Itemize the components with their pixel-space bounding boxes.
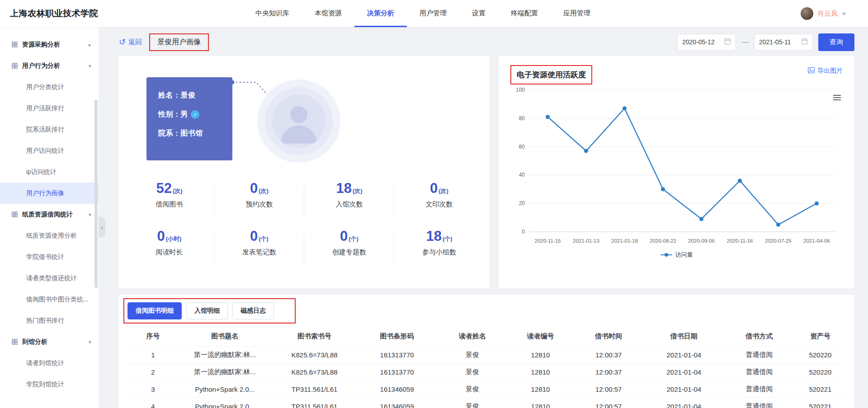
sidebar-item[interactable]: 读者到馆统计	[0, 352, 99, 374]
column-header: 读者编号	[508, 327, 573, 346]
table-cell: 12810	[508, 398, 573, 408]
sidebar-item[interactable]: 热门图书排行	[0, 310, 99, 331]
export-image-button[interactable]: 导出图片	[808, 67, 843, 75]
tab-2[interactable]: 入馆明细	[186, 302, 228, 319]
sidebar-item-partial[interactable]: ▾	[0, 27, 99, 34]
table-cell: 520221	[795, 398, 845, 408]
user-avatar[interactable]	[801, 7, 813, 20]
stat-label: 发表笔记数	[214, 248, 304, 257]
grid-icon	[12, 211, 18, 217]
sidebar-group-2[interactable]: 用户行为分析▾	[0, 55, 99, 76]
table-cell: 普通借阅	[723, 346, 795, 363]
stat-label: 借阅图书	[124, 200, 214, 209]
table-cell: 520220	[795, 363, 845, 380]
start-date-input[interactable]: 2020-05-12	[677, 34, 736, 51]
nav-item-5[interactable]: 设置	[459, 0, 498, 27]
brand-title: 上海农林职业技术学院	[10, 8, 98, 19]
back-label: 返回	[128, 38, 142, 47]
tab-3[interactable]: 磁感日志	[232, 302, 274, 319]
table-cell: 景俊	[436, 398, 508, 408]
tab-1[interactable]: 借阅图书明细	[127, 302, 182, 319]
chart-card: 电子资源使用活跃度 导出图片 0204060801002020-11-15202…	[499, 56, 854, 288]
top-header: 上海农林职业技术学院 中央知识库本馆资源决策分析用户管理设置终端配置应用管理 肖…	[0, 0, 868, 27]
table-cell: K825.6=73/L88	[271, 363, 357, 380]
sidebar-scrollbar[interactable]	[94, 99, 98, 288]
user-name: 肖云凤	[817, 9, 838, 18]
calendar-icon	[724, 38, 731, 46]
sidebar: ▾资源采购分析▸用户行为分析▾用户分类统计用户活跃排行院系活跃排行用户访问统计i…	[0, 27, 99, 408]
sidebar-item[interactable]: 用户分类统计	[0, 76, 99, 98]
stat-value: 0(个)	[214, 229, 304, 244]
chart-menu-icon[interactable]	[833, 95, 841, 100]
svg-text:40: 40	[519, 172, 525, 178]
detail-card: 借阅图书明细入馆明细磁感日志 序号图书题名图书索书号图书条形码读者姓名读者编号借…	[119, 295, 854, 408]
user-menu[interactable]: 肖云凤	[801, 7, 846, 20]
stat-item: 0(次)文印次数	[394, 181, 484, 224]
svg-text:2020-11-16: 2020-11-16	[727, 238, 753, 244]
sidebar-item[interactable]: ip访问统计	[0, 161, 99, 183]
svg-text:2020-09-06: 2020-09-06	[688, 238, 715, 244]
table-cell: 520220	[795, 346, 845, 363]
table-row: 4Python+Spark 2.0...TP311.561/L611613460…	[128, 398, 845, 408]
table-head: 序号图书题名图书索书号图书条形码读者姓名读者编号借书时间借书日期借书方式资产号	[128, 327, 845, 346]
query-button[interactable]: 查询	[818, 33, 854, 51]
stat-item: 0(次)预约次数	[214, 181, 304, 224]
svg-text:2021-01-13: 2021-01-13	[573, 238, 599, 244]
sidebar-item[interactable]: 学院借书统计	[0, 246, 99, 267]
chart-legend[interactable]: 访问量	[510, 251, 843, 259]
stat-label: 参与小组数	[394, 248, 484, 257]
svg-text:80: 80	[519, 115, 525, 122]
table-cell: Python+Spark 2.0...	[178, 380, 271, 398]
grid-icon	[12, 42, 18, 47]
table-cell: 2021-01-04	[645, 346, 724, 363]
cards-row: 姓名：景俊 性别：男 ♂ 院系：图书馆	[119, 56, 854, 288]
nav-item-7[interactable]: 应用管理	[551, 0, 603, 27]
sidebar-item[interactable]: 借阅图书中图分类统...	[0, 289, 99, 310]
nav-item-2[interactable]: 本馆资源	[302, 0, 354, 27]
top-nav: 中央知识库本馆资源决策分析用户管理设置终端配置应用管理	[243, 0, 603, 27]
main-content: ↺ 返回 景俊用户画像 2020-05-12 — 2021-05-11	[99, 27, 868, 408]
table-cell: 161346059	[358, 380, 437, 398]
user-dept-line: 院系：图书馆	[158, 129, 203, 138]
sidebar-item[interactable]: 用户行为画像	[0, 183, 99, 204]
stat-value: 0(次)	[214, 181, 304, 196]
nav-item-3[interactable]: 决策分析	[354, 0, 407, 27]
nav-item-1[interactable]: 中央知识库	[243, 0, 302, 27]
stat-item: 52(次)借阅图书	[124, 181, 214, 224]
sidebar-group-15[interactable]: 到馆分析▾	[0, 331, 99, 352]
nav-item-6[interactable]: 终端配置	[498, 0, 551, 27]
back-button[interactable]: ↺ 返回	[119, 38, 142, 47]
sidebar-item[interactable]: 用户活跃排行	[0, 98, 99, 119]
sidebar-item[interactable]: 读者类型借还统计	[0, 267, 99, 289]
sidebar-collapse-handle[interactable]: ‹	[99, 217, 105, 238]
table-cell: 1	[128, 346, 178, 363]
stat-value: 18(个)	[394, 229, 484, 244]
date-range-separator: —	[741, 38, 749, 46]
layout: ▾资源采购分析▸用户行为分析▾用户分类统计用户活跃排行院系活跃排行用户访问统计i…	[0, 27, 868, 408]
sidebar-item[interactable]: 用户访问统计	[0, 140, 99, 161]
chevron-down-icon[interactable]	[842, 13, 846, 15]
svg-text:2020-07-25: 2020-07-25	[765, 238, 792, 244]
sidebar-item[interactable]: 院系活跃排行	[0, 119, 99, 140]
end-date-input[interactable]: 2021-05-11	[754, 34, 813, 51]
nav-item-4[interactable]: 用户管理	[407, 0, 459, 27]
table-cell: TP311.561/L61	[271, 398, 357, 408]
stats-row-2: 0(小时)阅读时长0(个)发表笔记数0(个)创建专题数18(个)参与小组数	[119, 224, 490, 272]
sidebar-group-1[interactable]: 资源采购分析▸	[0, 34, 99, 55]
svg-text:2021-01-18: 2021-01-18	[611, 238, 638, 244]
date-filter: 2020-05-12 — 2021-05-11 查询	[677, 33, 854, 51]
sidebar-item[interactable]: 纸质资源使用分析	[0, 225, 99, 246]
table-cell: 景俊	[436, 346, 508, 363]
sidebar-group-9[interactable]: 纸质资源借阅统计▾	[0, 204, 99, 225]
table-body: 1第一流的幽默家:林...K825.6=73/L88161313770景俊128…	[128, 346, 845, 408]
sidebar-item[interactable]: 学院到馆统计	[0, 374, 99, 395]
column-header: 图书索书号	[271, 327, 357, 346]
stat-label: 阅读时长	[124, 248, 214, 257]
stats-row-1: 52(次)借阅图书0(次)预约次数18(次)入馆次数0(次)文印次数	[119, 176, 490, 224]
table-cell: 景俊	[436, 380, 508, 398]
stat-label: 创建专题数	[304, 248, 394, 257]
image-icon	[808, 67, 815, 75]
stat-item: 18(次)入馆次数	[304, 181, 394, 224]
start-date-value: 2020-05-12	[682, 38, 715, 46]
table-cell: 普通借阅	[723, 363, 795, 380]
